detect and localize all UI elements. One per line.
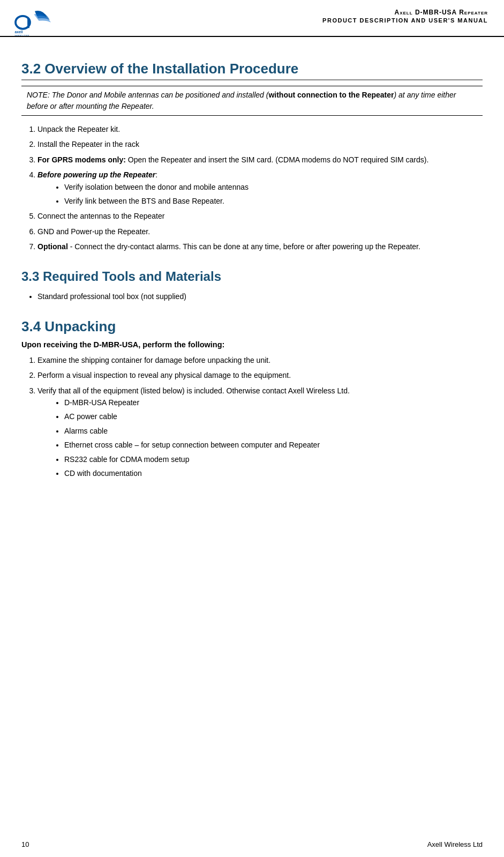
section-32: 3.2 Overview of the Installation Procedu…: [21, 61, 483, 253]
step-32-3-after: Open the Repeater and insert the SIM car…: [126, 155, 428, 164]
step-32-2-text: Install the Repeater in the rack: [37, 140, 139, 148]
company-name: Axell Wireless Ltd: [427, 840, 483, 848]
section-34-heading: 3.4 Unpacking: [21, 318, 483, 335]
upon-receiving-text: Upon receiving the D-MBR-USA, perform th…: [21, 340, 483, 349]
step-32-5: Connect the antennas to the Repeater: [37, 210, 483, 222]
step-32-4: Before powering up the Repeater: Verify …: [37, 169, 483, 207]
main-content: 3.2 Overview of the Installation Procedu…: [0, 37, 504, 517]
section-33-bullets: Standard professional tool box (not supp…: [37, 290, 483, 302]
step-32-3: For GPRS modems only: Open the Repeater …: [37, 154, 483, 166]
step-34-3-text: Verify that all of the equipment (listed…: [37, 386, 350, 395]
section-34-steps: Examine the shipping container for damag…: [37, 354, 483, 480]
section-34: 3.4 Unpacking Upon receiving the D-MBR-U…: [21, 318, 483, 480]
step-32-2: Install the Repeater in the rack: [37, 138, 483, 150]
section-32-steps: Unpack the Repeater kit. Install the Rep…: [37, 123, 483, 253]
note-bold-text: without connection to the Repeater: [268, 91, 394, 99]
page-header: axell WIRELESS Axell D-MBR-USA Repeater …: [0, 0, 504, 37]
step-32-5-text: Connect the antennas to the Repeater: [37, 212, 164, 220]
step-32-3-bold: For GPRS modems only:: [37, 155, 126, 164]
section-33: 3.3 Required Tools and Materials Standar…: [21, 269, 483, 302]
step-32-4-bullets: Verify isolation between the donor and m…: [64, 181, 483, 207]
header-right: Axell D-MBR-USA Repeater PRODUCT DESCRIP…: [322, 6, 488, 24]
equip-4: Ethernet cross cable – for setup connect…: [64, 439, 483, 451]
step-32-4-after: :: [155, 170, 157, 179]
equipment-list: D-MBR-USA Repeater AC power cable Alarms…: [64, 397, 483, 479]
bullet-32-4-2: Verify link between the BTS and Base Rep…: [64, 195, 483, 207]
section-33-heading: 3.3 Required Tools and Materials: [21, 269, 483, 284]
section-33-bullet-1: Standard professional tool box (not supp…: [37, 290, 483, 302]
svg-text:axell: axell: [15, 30, 23, 34]
header-title-bottom: PRODUCT DESCRIPTION AND USER'S MANUAL: [322, 17, 488, 24]
step-34-1: Examine the shipping container for damag…: [37, 354, 483, 366]
section-32-heading: 3.2 Overview of the Installation Procedu…: [21, 61, 483, 80]
step-32-7-after: - Connect the dry-contact alarms. This c…: [68, 242, 420, 251]
equip-6: CD with documentation: [64, 467, 483, 479]
equip-3: Alarms cable: [64, 425, 483, 437]
logo-area: axell WIRELESS: [11, 6, 59, 36]
step-32-6: GND and Power-up the Repeater.: [37, 226, 483, 237]
bullet-32-4-1: Verify isolation between the donor and m…: [64, 181, 483, 193]
page-footer: 10 Axell Wireless Ltd: [21, 840, 483, 848]
step-34-3: Verify that all of the equipment (listed…: [37, 385, 483, 480]
svg-text:WIRELESS: WIRELESS: [15, 34, 30, 36]
step-32-7-bold: Optional: [37, 242, 68, 251]
equip-2: AC power cable: [64, 411, 483, 422]
header-title-top: Axell D-MBR-USA Repeater: [322, 9, 488, 16]
step-32-1: Unpack the Repeater kit.: [37, 123, 483, 135]
axell-logo: axell WIRELESS: [11, 6, 59, 36]
equip-5: RS232 cable for CDMA modem setup: [64, 453, 483, 465]
page-number: 10: [21, 840, 29, 848]
note-box: NOTE: The Donor and Mobile antennas can …: [21, 86, 483, 116]
step-32-1-text: Unpack the Repeater kit.: [37, 125, 120, 133]
step-32-6-text: GND and Power-up the Repeater.: [37, 227, 150, 236]
note-text-before: NOTE: The Donor and Mobile antennas can …: [27, 91, 268, 99]
step-32-4-bold-italic: Before powering up the Repeater: [37, 170, 155, 179]
equip-1: D-MBR-USA Repeater: [64, 397, 483, 408]
step-32-7: Optional - Connect the dry-contact alarm…: [37, 241, 483, 252]
step-34-2: Perform a visual inspection to reveal an…: [37, 369, 483, 381]
